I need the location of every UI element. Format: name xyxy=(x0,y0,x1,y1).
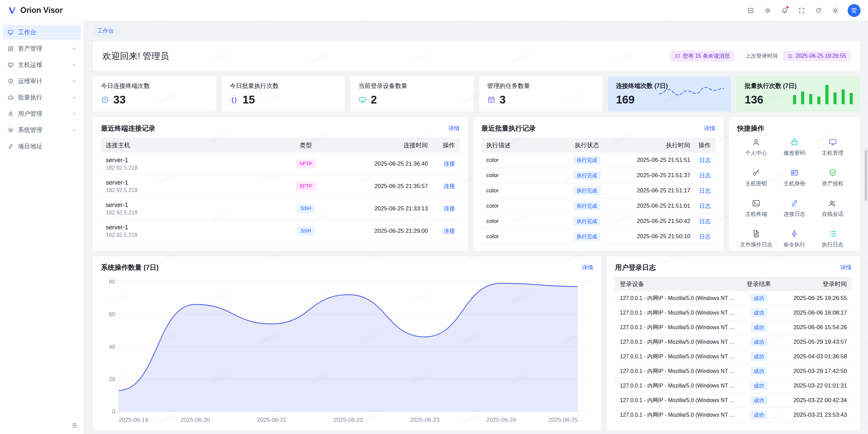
user-icon xyxy=(7,111,14,117)
connect-link[interactable]: 连接 xyxy=(443,183,455,189)
connect-link[interactable]: 连接 xyxy=(443,161,455,167)
login-device: 127.0.0.1 - 内网IP - Mozilla/5.0 (Windows … xyxy=(620,309,740,317)
quick-action-host-terminal[interactable]: 主机终端 xyxy=(737,199,775,218)
table-row: color 执行完成 2025-06-25 21:51:17 日志 xyxy=(481,183,715,199)
stat-card-batch-7d: 批量执行次数 (7日) 136 xyxy=(736,76,860,112)
login-time: 2025-03-21 23:53:43 xyxy=(777,412,847,418)
sidebar-item-users[interactable]: 用户管理 xyxy=(3,107,81,121)
last-login-time-badge: 2025-06-25 19:26:55 xyxy=(783,51,850,61)
table-header: 连接主机 类型 连接时间 操作 xyxy=(101,138,460,153)
quick-action-host-management[interactable]: 主机管理 xyxy=(813,138,852,157)
stat-value: 2 xyxy=(371,93,377,106)
detail-link[interactable]: 详情 xyxy=(704,125,715,132)
logo-icon xyxy=(7,6,17,15)
detail-link[interactable]: 详情 xyxy=(448,125,460,132)
notifications-button[interactable] xyxy=(778,4,791,17)
link-icon xyxy=(7,143,14,150)
detail-link[interactable]: 详情 xyxy=(582,264,593,271)
host-ip: 182.92.5.218 xyxy=(106,209,282,216)
monitor-icon xyxy=(358,96,367,104)
status-badge: 执行完成 xyxy=(573,186,600,195)
quick-action-command-exec[interactable]: 命令执行 xyxy=(775,229,814,248)
login-time: 2025-03-29 17:42:50 xyxy=(777,368,847,375)
scrollbar-thumb[interactable] xyxy=(865,150,867,201)
quick-action-asset-authorization[interactable]: 资产授权 xyxy=(813,168,852,187)
sidebar-item-assets[interactable]: 资产管理 xyxy=(3,41,81,56)
sidebar-item-host-ops[interactable]: 主机运维 xyxy=(3,58,81,72)
table-row: 127.0.0.1 - 内网IP - Mozilla/5.0 (Windows … xyxy=(615,364,852,379)
log-link[interactable]: 日志 xyxy=(699,233,711,240)
svg-text:2025-06-25: 2025-06-25 xyxy=(548,417,578,423)
refresh-button[interactable] xyxy=(812,4,825,17)
bar-sparkline xyxy=(791,81,855,107)
log-link[interactable]: 日志 xyxy=(699,188,711,194)
connect-link[interactable]: 连接 xyxy=(443,228,455,234)
svg-text:2025-06-23: 2025-06-23 xyxy=(410,417,439,423)
column-header: 操作 xyxy=(690,141,711,149)
sidebar-item-label: 系统管理 xyxy=(18,126,42,134)
task-calendar-icon xyxy=(487,96,495,104)
sidebar-item-batch-exec[interactable]: 批量执行 xyxy=(3,90,81,105)
sidebar: 工作台 资产管理 主机运维 运维审计 批量执行 xyxy=(0,21,84,434)
login-device: 127.0.0.1 - 内网IP - Mozilla/5.0 (Windows … xyxy=(620,397,740,404)
quick-actions-grid: 个人中心 修改密码 主机管理 主机密钥 xyxy=(737,138,852,248)
table-row: 127.0.0.1 - 内网IP - Mozilla/5.0 (Windows … xyxy=(615,320,852,335)
theme-toggle-button[interactable] xyxy=(761,4,774,17)
quick-action-host-identity[interactable]: 主机身份 xyxy=(775,168,814,187)
host-icon xyxy=(7,62,14,68)
settings-button[interactable] xyxy=(829,4,842,17)
type-badge: SSH xyxy=(297,226,315,235)
sidebar-item-system[interactable]: 系统管理 xyxy=(3,123,81,137)
quick-action-personal-center[interactable]: 个人中心 xyxy=(737,138,775,157)
exec-desc: color xyxy=(486,233,561,240)
gear-icon xyxy=(7,127,14,133)
exec-time: 2025-06-25 21:51:17 xyxy=(612,187,690,194)
type-badge: SFTP xyxy=(296,159,316,168)
sidebar-item-project-url[interactable]: 项目地址 xyxy=(3,139,81,153)
log-link[interactable]: 日志 xyxy=(699,203,711,209)
bottom-row: 系统操作数量 (7日) 详情 0204060802025-06-192025-0… xyxy=(93,256,860,431)
table-row: 127.0.0.1 - 内网IP - Mozilla/5.0 (Windows … xyxy=(615,393,852,408)
log-link[interactable]: 日志 xyxy=(699,172,711,179)
sidebar-collapse-button[interactable] xyxy=(70,421,79,430)
column-header: 执行状态 xyxy=(561,141,612,149)
quick-action-connection-log[interactable]: 连接日志 xyxy=(775,199,814,218)
exec-desc: color xyxy=(486,187,561,194)
log-link[interactable]: 日志 xyxy=(699,218,711,225)
chevron-down-icon xyxy=(72,128,76,132)
login-time: 2025-06-25 19:26:55 xyxy=(777,295,847,302)
select-tasks-button[interactable] xyxy=(744,4,757,17)
panel-title: 系统操作数量 (7日) xyxy=(101,263,159,272)
exec-time: 2025-06-25 21:51:51 xyxy=(612,157,690,164)
quick-action-exec-log[interactable]: 执行日志 xyxy=(813,229,852,248)
detail-link[interactable]: 详情 xyxy=(840,264,852,271)
exec-desc: color xyxy=(486,218,561,225)
avatar[interactable]: 管 xyxy=(848,4,861,17)
quick-action-change-password[interactable]: 修改密码 xyxy=(775,138,814,157)
middle-row: 最近终端连接记录 详情 连接主机 类型 连接时间 操作 server-1182.… xyxy=(93,117,860,251)
login-time: 2025-03-22 01:01:31 xyxy=(777,382,847,389)
unread-messages-badge[interactable]: 您有 15 条未读消息 xyxy=(671,51,734,62)
chevron-down-icon xyxy=(72,95,76,100)
fullscreen-icon xyxy=(798,7,805,14)
stat-value: 3 xyxy=(499,93,506,106)
svg-text:2025-06-22: 2025-06-22 xyxy=(334,417,363,423)
breadcrumb-item[interactable]: 工作台 xyxy=(93,26,118,36)
batch-records-panel: 最近批量执行记录 详情 执行描述 执行状态 执行时间 操作 color 执行完成… xyxy=(473,117,724,251)
quick-action-file-operation-log[interactable]: 文件操作日志 xyxy=(737,229,775,248)
log-link[interactable]: 日志 xyxy=(699,157,711,164)
braces-icon: { } xyxy=(230,95,239,104)
host-ip: 182.92.5.218 xyxy=(106,187,282,194)
status-badge: 执行完成 xyxy=(573,232,600,241)
quick-action-online-sessions[interactable]: 在线会话 xyxy=(813,199,852,218)
connect-link[interactable]: 连接 xyxy=(443,205,455,212)
table-row: 127.0.0.1 - 内网IP - Mozilla/5.0 (Windows … xyxy=(615,335,852,350)
sidebar-item-workbench[interactable]: 工作台 xyxy=(3,25,81,39)
login-time: 2025-06-06 16:08:17 xyxy=(777,309,847,316)
result-badge: 成功 xyxy=(750,294,767,303)
sidebar-item-audit[interactable]: 运维审计 xyxy=(3,74,81,88)
exec-time: 2025-06-25 21:51:01 xyxy=(612,203,690,209)
fullscreen-button[interactable] xyxy=(795,4,808,17)
quick-action-host-keys[interactable]: 主机密钥 xyxy=(737,168,775,187)
quick-actions-panel: 快捷操作 个人中心 修改密码 主机管理 xyxy=(729,117,860,251)
